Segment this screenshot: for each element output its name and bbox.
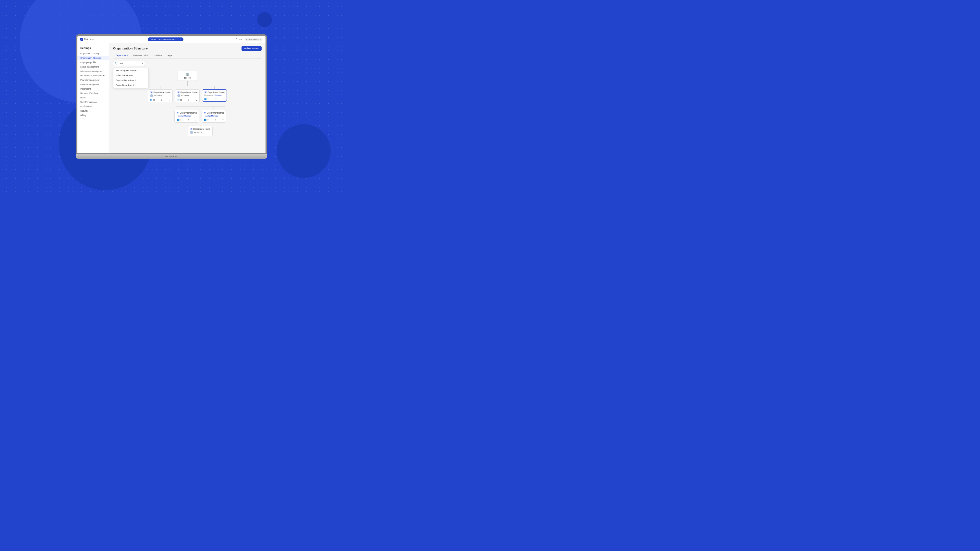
emp-count-sub2: 23	[207, 119, 208, 121]
sub-dept-node-1[interactable]: 🏛 Department Name + Assign Manager	[174, 110, 199, 123]
manager-sub-sub1: Ali Salem	[194, 131, 202, 133]
manager-link[interactable]: 1 Manager	[213, 94, 222, 96]
topbar: ⌂ Main Menu Try our new settings interfa…	[77, 36, 266, 43]
people-icon-sub1: 👥	[177, 119, 179, 121]
assign-label-2: Assign Manager	[205, 115, 218, 117]
dept-node-1[interactable]: 🏛 Department Name Ali Salem	[148, 89, 172, 103]
main-menu-label: Main Menu	[84, 38, 95, 40]
close-icon[interactable]: ×	[260, 38, 261, 40]
plus-icon-1: +	[177, 115, 178, 117]
sidebar-title: Settings	[77, 46, 109, 51]
app-container: ⌂ Main Menu Try our new settings interfa…	[77, 36, 266, 153]
sub-count-3: 2	[216, 98, 216, 100]
dept-icon-2: 🏛	[177, 91, 180, 94]
sidebar-item-payroll[interactable]: Payroll management	[77, 78, 109, 82]
help-button[interactable]: ? Help	[236, 38, 242, 40]
sidebar-item-attendance[interactable]: Attendance Management	[77, 69, 109, 73]
org-root-node[interactable]: 🏢 Jisr HR	[178, 71, 197, 81]
sidebar-item-org-settings[interactable]: Organization settings	[77, 51, 109, 56]
sidebar-item-request-workflow[interactable]: Request WorkFlow	[77, 91, 109, 95]
avatar-1	[150, 94, 153, 97]
sidebar-item-user-permissions[interactable]: User Permissions	[77, 100, 109, 104]
dropdown-item-support[interactable]: Support Department	[113, 78, 148, 83]
sub-dept-icon-1: 🏛	[177, 112, 179, 114]
emp-count-3: 23	[207, 98, 209, 100]
tab-legal[interactable]: Legal	[165, 53, 175, 58]
expand-btn-sub2[interactable]: ▼	[222, 119, 224, 121]
content-area: Organization Structure Add Department De…	[109, 43, 266, 153]
question-icon: ?	[236, 38, 237, 40]
sidebar-item-leave-management[interactable]: Leave management	[77, 65, 109, 69]
avatar-2	[177, 94, 180, 97]
people-icon-2: 👥	[177, 99, 180, 101]
search-dropdown: Marketing Department Sales Department Su…	[113, 68, 149, 88]
home-icon: ⌂	[80, 38, 83, 41]
help-label: Help	[238, 38, 242, 40]
people-icon-sub2: 👥	[204, 119, 206, 121]
expand-btn-1[interactable]: ▼	[169, 99, 170, 101]
main-area: Settings Organization settings Organizat…	[77, 43, 266, 153]
sub-count-sub1: 2	[188, 119, 189, 121]
sub-dept-name-2: Department Name	[207, 112, 224, 114]
sidebar-item-roles[interactable]: Roles	[77, 95, 109, 100]
search-input[interactable]	[113, 61, 145, 66]
building-icon: 🏢	[186, 73, 189, 76]
plus-icon-2: +	[204, 115, 205, 117]
tab-business-units[interactable]: Business Units	[131, 53, 150, 58]
sub-count-1: 2	[161, 99, 162, 101]
sidebar-item-org-structure[interactable]: Organization Structure	[77, 56, 109, 60]
tab-locations[interactable]: Locations	[150, 53, 165, 58]
employees-label: Employees	[204, 94, 213, 96]
sidebar-item-letters[interactable]: Letters management	[77, 82, 109, 87]
macbook-base: MacBook Pro	[76, 154, 267, 159]
dept-name-3: Department Name	[207, 91, 224, 94]
dept-icon-1: 🏛	[150, 91, 153, 94]
sidebar-item-security[interactable]: Security	[77, 109, 109, 113]
dropdown-item-sales[interactable]: Sales Department	[113, 73, 148, 78]
banner-arrow: →	[179, 38, 181, 40]
sidebar-item-billing[interactable]: Billing	[77, 113, 109, 118]
assign-manager-btn-2[interactable]: + Assign Manager	[204, 115, 224, 117]
sidebar-item-employee-profile[interactable]: Employee profile	[77, 60, 109, 65]
manager-name-2: Ali Salem	[181, 94, 189, 97]
sub-count-2: 2	[188, 99, 189, 101]
sidebar-item-integrations[interactable]: Integrations	[77, 87, 109, 91]
dept-name-1: Department Name	[153, 91, 170, 94]
sub-dept-icon-2: 🏛	[204, 112, 206, 114]
page-title: Organization Structure	[113, 46, 148, 50]
banner-text: Try our new settings interface ✦	[150, 38, 178, 40]
add-department-button[interactable]: Add Department	[242, 46, 262, 51]
manager-name-1: Ali Salem	[154, 94, 162, 97]
search-row: 🔍 ▼ Marketing Department Sales Departmen…	[113, 61, 145, 66]
dropdown-item-some[interactable]: Some Department	[113, 83, 148, 87]
dropdown-item-marketing[interactable]: Marketing Department	[113, 68, 148, 73]
sidebar-item-performance[interactable]: Performance Management	[77, 73, 109, 78]
sidebar: Settings Organization settings Organizat…	[77, 43, 109, 153]
emp-count-sub1: 23	[179, 119, 181, 121]
expand-btn-sub1[interactable]: ▲	[195, 119, 197, 121]
dept-node-3[interactable]: 🏛 Department Name Employees 1 Manager	[202, 89, 227, 102]
dept-node-2[interactable]: 🏛 Department Name Ali Salem	[175, 89, 200, 103]
assign-manager-btn-1[interactable]: + Assign Manager	[177, 115, 197, 117]
sidebar-item-notifications[interactable]: Notifications	[77, 104, 109, 109]
org-root-name: Jisr HR	[184, 76, 191, 79]
tab-departments[interactable]: Departments	[113, 53, 131, 58]
sub-count-sub2: 2	[215, 119, 216, 121]
sub-dept-node-2[interactable]: 🏛 Department Name + Assign Manager	[202, 110, 226, 123]
avatar-sub-sub1	[190, 131, 193, 134]
macbook-screen: ⌂ Main Menu Try our new settings interfa…	[76, 34, 267, 154]
level1-row: 🏛 Department Name Ali Salem	[148, 86, 227, 103]
chevron-down-icon: ▼	[142, 62, 143, 64]
user-badge[interactable]: ahmed shaalan ×	[245, 38, 262, 41]
main-menu[interactable]: ⌂ Main Menu	[80, 38, 95, 41]
settings-banner[interactable]: Try our new settings interface ✦ →	[148, 37, 183, 41]
sub-sub-dept-node-1[interactable]: 🏛 Department Name Ali Salem	[188, 126, 212, 137]
bg-circle-3	[257, 12, 272, 27]
expand-btn-3[interactable]: ▲	[223, 98, 224, 100]
expand-btn-2[interactable]: ▲	[196, 99, 197, 101]
topbar-right: ? Help ahmed shaalan ×	[236, 38, 262, 41]
sub-dept-name-1: Department Name	[180, 112, 197, 114]
emp-count-1: 23	[153, 99, 155, 101]
dept-name-2: Department Name	[181, 91, 197, 94]
user-name: ahmed shaalan	[246, 38, 259, 40]
